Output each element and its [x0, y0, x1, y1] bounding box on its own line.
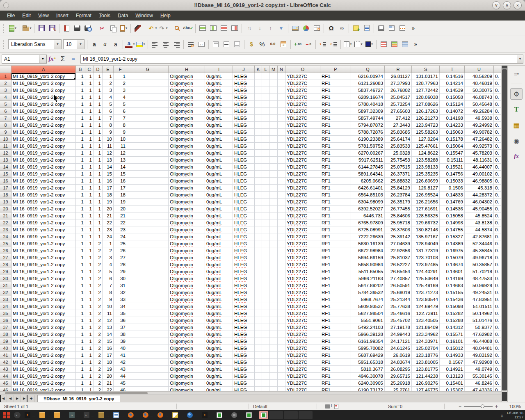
cell-S40[interactable]: 125.02704 — [412, 345, 440, 352]
cell-J40[interactable]: HLEG — [233, 345, 255, 352]
cell-M19[interactable] — [269, 199, 278, 205]
cell-A22[interactable]: MI 16_0919_yor1-2 copy — [11, 219, 76, 226]
taskbar-empty-slot[interactable] — [284, 411, 298, 419]
cell-P46[interactable]: RF1 — [320, 387, 351, 391]
chevron-down-icon[interactable]: ▾ — [155, 26, 157, 30]
cell-M37[interactable] — [269, 324, 278, 331]
cell-F27[interactable]: 27 — [114, 254, 127, 261]
cell-U32[interactable]: 49.24531 — [465, 289, 494, 296]
cell-H15[interactable]: Oligomycin — [169, 171, 205, 178]
open-button[interactable]: ▾ — [22, 23, 32, 34]
cell-N4[interactable] — [278, 94, 285, 101]
chevron-down-icon[interactable]: ▾ — [30, 26, 31, 30]
column-header-V[interactable] — [494, 66, 501, 73]
cell-U24[interactable]: 42.87681 — [465, 233, 494, 240]
cell-B27[interactable]: 1 — [76, 254, 85, 261]
cell-V26[interactable]: 0. — [494, 247, 501, 254]
cell-H19[interactable]: Oligomycin — [169, 199, 205, 205]
cell-K6[interactable] — [255, 108, 262, 115]
cell-A46[interactable]: MI 16_0919_yor1-2 copy — [11, 387, 76, 391]
sort-button[interactable]: ↑↓ — [244, 23, 254, 34]
cell-P15[interactable]: RF1 — [320, 171, 351, 178]
paste-button[interactable]: ▾ — [119, 23, 128, 34]
cell-P31[interactable]: RF1 — [320, 282, 351, 289]
cell-G3[interactable] — [127, 87, 169, 94]
cell-V15[interactable]: 0. — [494, 171, 501, 178]
split-handle[interactable] — [502, 66, 507, 68]
cell-F2[interactable]: 2 — [114, 80, 127, 87]
cell-G36[interactable] — [127, 317, 169, 324]
cell-T6[interactable]: 0.14072 — [440, 108, 465, 115]
cell-H21[interactable]: Oligomycin — [169, 212, 205, 219]
cell-L25[interactable] — [262, 240, 269, 247]
cell-T27[interactable]: 0.15079 — [440, 254, 465, 261]
cell-A37[interactable]: MI 16_0919_yor1-2 copy — [11, 324, 76, 331]
cell-F31[interactable]: 31 — [114, 282, 127, 289]
cell-C43[interactable]: 1 — [85, 366, 94, 373]
cell-I2[interactable]: 0ug/mL — [205, 80, 233, 87]
cell-U18[interactable]: 44.28372 — [465, 192, 494, 199]
chevron-down-icon[interactable]: ▼ — [39, 55, 46, 63]
menu-edit[interactable]: Edit — [18, 11, 34, 20]
cell-U28[interactable]: 50.35857 — [465, 261, 494, 268]
cell-A18[interactable]: MI 16_0919_yor1-2 copy — [11, 192, 76, 199]
cell-K15[interactable] — [255, 171, 262, 178]
cell-J6[interactable]: HLEG — [233, 108, 255, 115]
cell-T28[interactable]: 0.14674 — [440, 261, 465, 268]
cell-C46[interactable]: 1 — [85, 387, 94, 391]
headers-footers-button[interactable] — [362, 23, 372, 34]
cell-M24[interactable] — [269, 233, 278, 240]
column-header-A[interactable]: A — [11, 66, 76, 73]
row-header-37[interactable]: 37 — [0, 324, 11, 331]
cell-O16[interactable]: YDL227C — [285, 178, 320, 185]
cell-G19[interactable] — [127, 199, 169, 205]
delete-row-button[interactable] — [219, 23, 229, 34]
cell-E42[interactable]: 18 — [103, 359, 114, 366]
cell-T46[interactable]: 0.15307 — [440, 387, 465, 391]
cell-G6[interactable] — [127, 108, 169, 115]
cell-O5[interactable]: YDL227C — [285, 101, 320, 108]
cell-B44[interactable]: 1 — [76, 373, 85, 380]
cell-C9[interactable]: 1 — [85, 129, 94, 136]
cell-C3[interactable]: 1 — [85, 87, 94, 94]
cell-G16[interactable] — [127, 178, 169, 185]
cell-V7[interactable]: 0. — [494, 115, 501, 122]
cell-P16[interactable]: RF1 — [320, 178, 351, 185]
cell-S6[interactable]: 126.17263 — [412, 108, 440, 115]
cell-K14[interactable] — [255, 164, 262, 171]
function-wizard-icon[interactable]: fx — [47, 54, 57, 64]
cell-J11[interactable]: HLEG — [233, 143, 255, 150]
cell-C12[interactable]: 1 — [85, 150, 94, 157]
cell-U34[interactable]: 51.01511 — [465, 303, 494, 310]
cell-V16[interactable]: 0. — [494, 178, 501, 185]
cell-D17[interactable]: 1 — [94, 185, 103, 192]
cell-O6[interactable]: YDL227C — [285, 108, 320, 115]
cell-S43[interactable]: 123.81775 — [412, 366, 440, 373]
cell-D4[interactable]: 1 — [94, 94, 103, 101]
border-style-button[interactable]: ▾ — [354, 39, 363, 50]
cell-J33[interactable]: HLEG — [233, 296, 255, 303]
cell-E6[interactable]: 6 — [103, 108, 114, 115]
taskbar-search-button[interactable]: ○… — [67, 411, 81, 419]
cell-Q35[interactable]: 5627.98504 — [351, 310, 385, 317]
cell-K37[interactable] — [255, 324, 262, 331]
cell-G27[interactable] — [127, 254, 169, 261]
cell-N12[interactable] — [278, 150, 285, 157]
cell-L46[interactable] — [262, 387, 269, 391]
column-header-C[interactable]: C — [85, 66, 94, 73]
cell-C44[interactable]: 1 — [85, 373, 94, 380]
cell-K5[interactable] — [255, 101, 262, 108]
cell-J32[interactable]: HLEG — [233, 289, 255, 296]
cell-P30[interactable]: RF1 — [320, 275, 351, 282]
cell-R33[interactable]: 25.21344 — [385, 296, 412, 303]
undo-button[interactable]: ↶▾ — [147, 23, 157, 34]
cell-V8[interactable]: 0. — [494, 122, 501, 129]
cell-H20[interactable]: Oligomycin — [169, 205, 205, 212]
cell-N20[interactable] — [278, 205, 285, 212]
cell-O23[interactable]: YDL227C — [285, 226, 320, 233]
cell-O42[interactable]: YDL227C — [285, 359, 320, 366]
cell-S31[interactable]: 125.49169 — [412, 282, 440, 289]
cell-B24[interactable]: 1 — [76, 233, 85, 240]
cell-I10[interactable]: 0ug/mL — [205, 136, 233, 143]
cell-B21[interactable]: 1 — [76, 212, 85, 219]
